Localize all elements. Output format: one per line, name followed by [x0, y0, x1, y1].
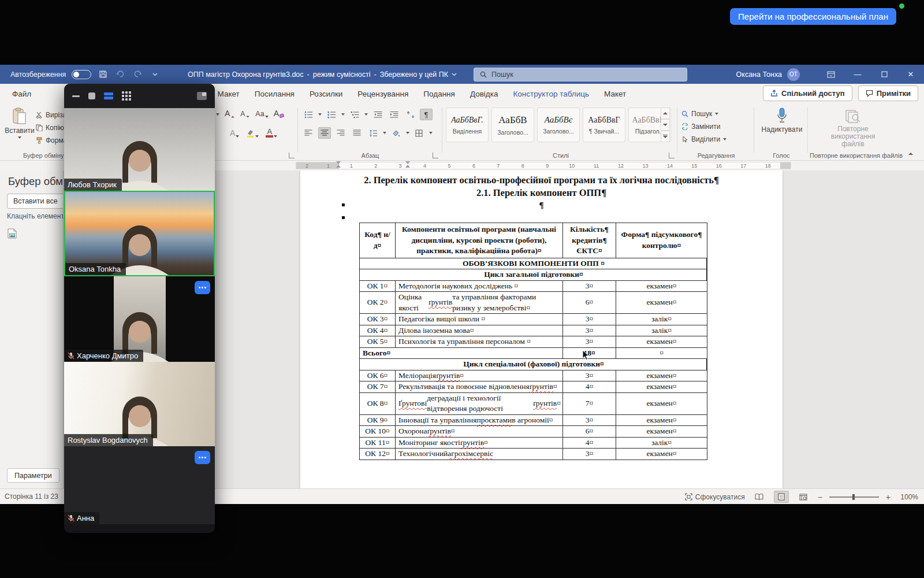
- table-row[interactable]: ОК 10¤ Охорона ґрунтів ¤ 6¤ екзамен¤: [360, 426, 707, 438]
- highlight-color-button[interactable]: [246, 129, 259, 138]
- table-row[interactable]: ОК 7¤ Рекультивація та повоєнне відновле…: [360, 381, 707, 393]
- shrink-font-button[interactable]: А: [240, 110, 250, 118]
- speaker-view-icon[interactable]: [104, 92, 113, 99]
- maximize-button[interactable]: [871, 65, 897, 84]
- change-case-button[interactable]: Аа: [255, 110, 268, 118]
- layout-options-icon[interactable]: [197, 92, 207, 100]
- paragraph-dialog-launcher[interactable]: [433, 153, 438, 158]
- ribbon-tab[interactable]: Подання: [416, 86, 463, 103]
- components-table[interactable]: Код¶ н/д¤ Компоненти освітньої програми …: [359, 223, 707, 460]
- paste-all-button[interactable]: Вставити все: [7, 194, 64, 209]
- paste-button[interactable]: Вставити: [5, 103, 35, 139]
- replace-button[interactable]: Замінити: [681, 120, 726, 133]
- share-button[interactable]: Спільний доступ: [763, 86, 852, 101]
- ribbon-tab[interactable]: Макет: [597, 86, 634, 103]
- numbered-list-button[interactable]: [325, 109, 338, 120]
- ribbon-tab[interactable]: Довідка: [463, 86, 506, 103]
- ribbon-tab[interactable]: Макет: [210, 86, 247, 103]
- table-row[interactable]: ОК 3¤ Педагогіка вищої школи ¤ 3¤ залік¤: [360, 314, 707, 325]
- document-title[interactable]: ОПП магістр Охорона грунтів3.doc - режим…: [188, 65, 457, 84]
- zoom-out-button[interactable]: −: [818, 492, 822, 502]
- shading-button[interactable]: [390, 127, 403, 139]
- close-button[interactable]: ✕: [897, 65, 924, 84]
- print-layout-button[interactable]: [774, 491, 789, 503]
- clipboard-options-button[interactable]: Параметри: [7, 468, 59, 483]
- text-effects-button[interactable]: А: [230, 128, 239, 138]
- show-formatting-marks-button[interactable]: ¶: [420, 109, 433, 120]
- table-row[interactable]: Цикл спеціальної (фахової) підготовки¤: [360, 359, 707, 370]
- bullet-list-button[interactable]: [302, 109, 315, 120]
- minimize-panel-icon[interactable]: [72, 95, 80, 97]
- table-row[interactable]: Цикл загальної підготовки¤: [360, 269, 707, 281]
- save-icon[interactable]: [97, 69, 109, 80]
- reuse-files-button[interactable]: Повторне використання файлів: [830, 104, 875, 148]
- search-box[interactable]: Пошук: [474, 68, 687, 81]
- font-dialog-launcher[interactable]: [289, 153, 295, 158]
- style-card[interactable]: АаБбВє Заголово...: [537, 108, 580, 142]
- read-mode-button[interactable]: [752, 491, 767, 503]
- hanging-indent-marker[interactable]: [405, 161, 409, 168]
- quick-access-dropdown-icon[interactable]: [149, 69, 161, 80]
- participant-menu-button[interactable]: [195, 451, 210, 464]
- style-card[interactable]: АаБбВ Заголово...: [491, 108, 534, 142]
- account-area[interactable]: Оксана Тонха ОТ: [736, 65, 800, 84]
- table-row[interactable]: ОК 5¤ Психологія та управління персонало…: [360, 336, 707, 348]
- line-spacing-button[interactable]: [367, 127, 379, 139]
- table-row[interactable]: ОК 2¤ Оцінка якості ґрунтів та управлінн…: [360, 292, 707, 314]
- style-card[interactable]: АаБбВвГ ¶ Звичай...: [583, 108, 625, 142]
- participant-tile[interactable]: Любов Тхорик: [64, 108, 215, 191]
- table-row[interactable]: ОК 11¤ Моніторинг якості ґрунтів¤ 4¤ зал…: [360, 438, 707, 449]
- video-call-panel[interactable]: Любов Тхорик Oksana Tonk: [64, 84, 215, 533]
- styles-dialog-launcher[interactable]: [669, 153, 675, 158]
- select-button[interactable]: Виділити: [681, 133, 726, 146]
- document-page[interactable]: 2. Перелік компонент освітньо-професійно…: [300, 171, 783, 488]
- decrease-indent-button[interactable]: [371, 109, 384, 120]
- web-layout-button[interactable]: [796, 491, 811, 503]
- participant-tile[interactable]: Oksana Tonkha: [64, 191, 215, 276]
- participant-tile[interactable]: Анна: [64, 446, 215, 524]
- align-center-button[interactable]: [318, 127, 331, 139]
- ribbon-tab[interactable]: Посилання: [247, 86, 302, 103]
- multilevel-list-button[interactable]: [348, 109, 361, 120]
- comments-button[interactable]: Примітки: [858, 86, 918, 101]
- increase-indent-button[interactable]: [388, 109, 400, 120]
- ribbon-display-options-icon[interactable]: [818, 65, 844, 84]
- zoom-in-button[interactable]: +: [886, 492, 891, 502]
- autosave-toggle[interactable]: [72, 70, 91, 79]
- align-left-button[interactable]: [302, 127, 315, 139]
- focus-button[interactable]: Сфокусуватися: [685, 493, 745, 501]
- ribbon-tab[interactable]: Конструктор таблиць: [505, 86, 597, 103]
- redo-icon[interactable]: [132, 69, 143, 80]
- table-row[interactable]: ОК 12¤ Технологічний агрохімсервіс 3¤ ек…: [360, 449, 707, 460]
- participant-menu-button[interactable]: [195, 281, 210, 294]
- table-row[interactable]: ОК 4¤ Ділова іноземна мова¤ 3¤ залік¤: [360, 325, 707, 337]
- exit-fullscreen-icon[interactable]: [88, 92, 95, 99]
- collapse-ribbon-icon[interactable]: [906, 150, 916, 158]
- grow-font-button[interactable]: А: [225, 109, 235, 118]
- zoom-slider[interactable]: [829, 497, 879, 498]
- style-card[interactable]: АаБбВвГ. Виділення: [446, 108, 489, 142]
- table-row[interactable]: ОК 6¤ Меліорація ґрунтів¤ 3¤ екзамен¤: [360, 370, 707, 382]
- font-color-button[interactable]: А: [266, 128, 277, 138]
- table-row[interactable]: ОК 1¤ Методологія наукових досліджень ¤ …: [360, 281, 707, 292]
- table-row[interactable]: ОК 9¤ Інновації та управління проєктами …: [360, 415, 707, 427]
- first-line-indent-marker[interactable]: [336, 161, 340, 168]
- gallery-view-icon[interactable]: [122, 91, 131, 101]
- clear-formatting-button[interactable]: А: [274, 109, 284, 118]
- zoom-slider-thumb[interactable]: [852, 494, 855, 500]
- upgrade-plan-button[interactable]: Перейти на профессиональный план: [730, 8, 896, 25]
- page-indicator[interactable]: Сторінка 11 із 23: [5, 492, 58, 501]
- justify-button[interactable]: [351, 127, 363, 139]
- ribbon-tab[interactable]: Розсилки: [302, 86, 350, 103]
- undo-icon[interactable]: [114, 69, 126, 80]
- clipboard-item-icon[interactable]: [8, 228, 17, 239]
- find-button[interactable]: Пошук: [681, 108, 726, 120]
- participant-tile[interactable]: Rostyslav Bogdanovych: [64, 362, 215, 446]
- table-row[interactable]: ОБОВ’ЯЗКОВІ КОМПОНЕНТИ ОПП ¤: [360, 258, 707, 270]
- ribbon-tab[interactable]: Рецензування: [350, 86, 416, 103]
- table-row[interactable]: Всього¤ 18¤ ¤: [360, 348, 707, 360]
- table-row[interactable]: ОК 8¤ Ґрунтові деградації і технології в…: [360, 393, 707, 415]
- ribbon-tab[interactable]: Файл: [5, 86, 39, 103]
- styles-expand-button[interactable]: [661, 131, 670, 142]
- zoom-level[interactable]: 100%: [897, 493, 918, 501]
